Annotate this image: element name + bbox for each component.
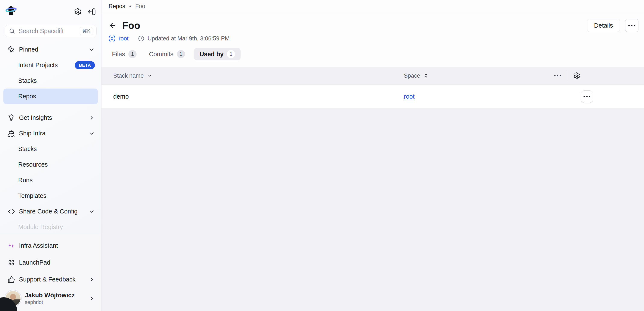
- header-divider: [567, 71, 567, 81]
- sidebar-item-module-registry[interactable]: Module Registry: [0, 219, 101, 234]
- table-header: Stack name Space: [102, 67, 644, 85]
- sidebar-item-label: Infra Assistant: [19, 242, 58, 249]
- beta-badge: BETA: [75, 61, 95, 69]
- sort-updown-icon[interactable]: [423, 73, 429, 79]
- updated-timestamp: Updated at Mar 9th, 3:06:59 PM: [148, 35, 230, 42]
- sidebar: ⌘K Pinned Intent Projects BETA Stacks Re…: [0, 0, 102, 311]
- collapse-sidebar-icon: [88, 8, 96, 16]
- sidebar-bottom: Infra Assistant LaunchPad Support & Feed…: [0, 234, 101, 311]
- sidebar-group-ship-infra[interactable]: Ship Infra: [0, 126, 101, 141]
- back-button[interactable]: [108, 21, 117, 30]
- sidebar-nav: Pinned Intent Projects BETA Stacks Repos: [0, 42, 101, 234]
- sidebar-item-label: Support & Feedback: [19, 276, 76, 283]
- launchpad-icon: [8, 259, 15, 266]
- sidebar-group-get-insights[interactable]: Get Insights: [0, 110, 101, 126]
- details-button[interactable]: Details: [587, 19, 620, 32]
- tab-files[interactable]: Files 1: [108, 48, 140, 60]
- ship-icon: [8, 130, 15, 137]
- tab-label: Commits: [149, 51, 173, 58]
- sidebar-item-stacks[interactable]: Stacks: [0, 141, 101, 157]
- row-actions-button[interactable]: [581, 91, 593, 103]
- sidebar-item-support-feedback[interactable]: Support & Feedback: [0, 271, 101, 288]
- space-icon: [108, 35, 116, 42]
- spacelift-logo[interactable]: [6, 5, 17, 18]
- tab-count-badge: 1: [227, 50, 235, 58]
- search-icon: [9, 28, 15, 34]
- page-title: Foo: [122, 20, 140, 31]
- column-header-stack-name[interactable]: Stack name: [113, 73, 144, 79]
- thumbs-up-icon: [8, 276, 15, 283]
- main-content: Repos Foo Foo Details: [102, 0, 644, 311]
- sidebar-item-label: Module Registry: [18, 223, 63, 231]
- tab-count-badge: 1: [177, 50, 185, 58]
- breadcrumb: Repos Foo: [102, 0, 644, 13]
- sidebar-item-label: Stacks: [18, 145, 37, 153]
- collapse-sidebar-button[interactable]: [88, 8, 96, 16]
- sidebar-group-label: Ship Infra: [19, 130, 46, 137]
- tab-bar: Files 1 Commits 1 Used by 1: [108, 48, 638, 60]
- more-actions-button[interactable]: [625, 19, 638, 32]
- sidebar-item-pinned-stacks[interactable]: Stacks: [0, 73, 101, 89]
- tab-label: Files: [112, 51, 125, 58]
- sidebar-group-label: Get Insights: [19, 114, 52, 121]
- settings-button[interactable]: [74, 8, 82, 16]
- tab-count-badge: 1: [128, 50, 136, 58]
- table-more-options-icon[interactable]: [554, 75, 561, 76]
- stack-link-demo[interactable]: demo: [113, 93, 129, 100]
- sidebar-group-label: Share Code & Config: [19, 208, 78, 215]
- gear-icon: [74, 8, 82, 16]
- sidebar-item-label: Templates: [18, 192, 46, 199]
- page-header: Foo Details root: [102, 13, 644, 67]
- sidebar-item-resources[interactable]: Resources: [0, 157, 101, 172]
- sidebar-item-repos-selected[interactable]: Repos: [4, 89, 98, 104]
- sidebar-item-launchpad[interactable]: LaunchPad: [0, 254, 101, 271]
- sidebar-item-intent-projects[interactable]: Intent Projects BETA: [0, 57, 101, 73]
- space-link-root[interactable]: root: [404, 93, 414, 100]
- tab-commits[interactable]: Commits 1: [146, 48, 188, 60]
- search-input[interactable]: [18, 28, 76, 35]
- sidebar-item-label: Runs: [18, 177, 33, 184]
- sidebar-item-label: Resources: [18, 161, 48, 168]
- chevron-down-icon: [88, 208, 95, 215]
- user-name: Jakub Wójtowicz: [25, 292, 75, 299]
- space-link[interactable]: root: [118, 35, 129, 42]
- sidebar-item-label: Stacks: [18, 77, 37, 84]
- sidebar-item-templates[interactable]: Templates: [0, 188, 101, 204]
- breadcrumb-separator-dot: [130, 6, 131, 7]
- content-background: [102, 109, 644, 311]
- chevron-right-icon: [88, 115, 95, 121]
- chevron-down-icon: [88, 47, 95, 53]
- breadcrumb-foo: Foo: [135, 3, 145, 10]
- sidebar-item-label: Repos: [18, 93, 36, 100]
- lightbulb-icon: [8, 114, 15, 122]
- clock-icon: [138, 35, 144, 42]
- tab-used-by[interactable]: Used by 1: [194, 48, 241, 60]
- search-shortcut-badge: ⌘K: [80, 27, 93, 35]
- sidebar-group-pinned[interactable]: Pinned: [0, 42, 101, 57]
- spacelift-app: ⌘K Pinned Intent Projects BETA Stacks Re…: [0, 0, 644, 311]
- repo-meta: root Updated at Mar 9th, 3:06:59 PM: [108, 35, 638, 42]
- user-username: sephriot: [25, 299, 75, 305]
- gear-icon: [573, 72, 580, 79]
- breadcrumb-repos[interactable]: Repos: [108, 3, 125, 10]
- sidebar-item-infra-assistant[interactable]: Infra Assistant: [0, 237, 101, 254]
- chevron-down-icon: [88, 130, 95, 137]
- sidebar-group-share-code[interactable]: Share Code & Config: [0, 204, 101, 219]
- sidebar-item-label: Intent Projects: [18, 62, 58, 69]
- chevron-right-icon: [88, 295, 95, 301]
- chevron-right-icon: [88, 276, 95, 283]
- ellipsis-icon: [628, 25, 635, 26]
- astronaut-logo-icon: [6, 5, 17, 17]
- sidebar-item-runs[interactable]: Runs: [0, 172, 101, 188]
- table-settings-button[interactable]: [573, 72, 580, 79]
- sidebar-top: [0, 0, 101, 18]
- column-header-space[interactable]: Space: [404, 73, 420, 79]
- table-row: demo root: [102, 85, 644, 109]
- code-icon: [8, 208, 15, 215]
- ellipsis-icon: [584, 96, 590, 97]
- sort-chevron-down-icon[interactable]: [147, 73, 152, 78]
- sparkles-icon: [8, 242, 15, 249]
- arrow-left-icon: [108, 21, 117, 30]
- pin-icon: [6, 44, 16, 55]
- search-box: ⌘K: [5, 25, 96, 37]
